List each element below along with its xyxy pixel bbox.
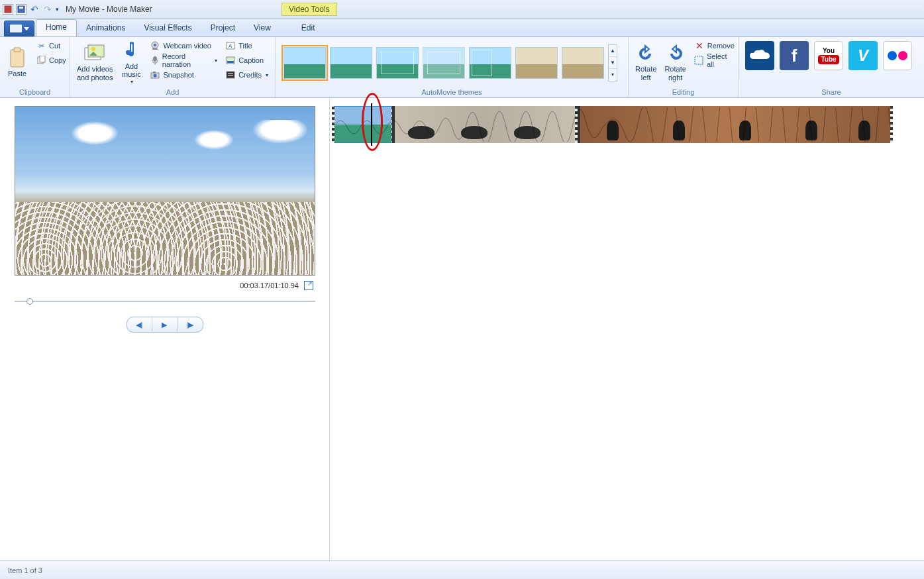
rotate-left-button[interactable]: Rotate left	[633, 38, 659, 86]
svg-point-16	[154, 74, 157, 78]
preview-foreground	[15, 202, 315, 275]
svg-point-13	[153, 56, 157, 62]
gallery-down-button[interactable]: ▼	[609, 57, 617, 69]
caption-label: Caption	[238, 56, 264, 64]
remove-label: Remove	[707, 42, 735, 50]
seek-thumb[interactable]	[26, 298, 33, 305]
theme-thumb-2[interactable]	[330, 47, 372, 79]
theme-thumb-6[interactable]	[515, 47, 558, 79]
group-clipboard-label: Clipboard	[4, 87, 66, 97]
next-frame-button[interactable]: |▶	[178, 317, 203, 332]
context-tab-header: Video Tools	[282, 3, 337, 16]
youtube-text-box: Tube	[818, 55, 839, 64]
ribbon-tabs: Home Animations Visual Effects Project V…	[0, 19, 924, 37]
playhead[interactable]	[371, 103, 372, 146]
timeline-clip-3[interactable]	[578, 106, 893, 143]
copy-icon	[36, 55, 46, 66]
qat-customize-icon[interactable]: ▾	[56, 6, 59, 13]
svg-rect-12	[152, 48, 158, 50]
camera-icon	[150, 70, 160, 80]
prev-frame-button[interactable]: ◀|	[127, 317, 152, 332]
rotate-left-icon	[635, 42, 656, 64]
credits-icon	[225, 70, 236, 80]
rotate-right-icon	[665, 42, 686, 64]
record-narration-button[interactable]: Record narration ▾	[147, 53, 220, 68]
themes-gallery-scroll: ▲ ▼ ▾	[608, 44, 617, 81]
chevron-down-icon: ▾	[130, 79, 133, 85]
snapshot-button[interactable]: Snapshot	[147, 68, 220, 82]
share-youtube-button[interactable]: You Tube	[814, 41, 843, 70]
ribbon: Paste ✂ Cut Copy Clipboard	[0, 37, 924, 98]
save-icon[interactable]	[16, 4, 26, 15]
group-add-label: Add	[74, 87, 271, 97]
tab-home[interactable]: Home	[36, 19, 77, 36]
transport-controls: ◀| ▶ |▶	[127, 317, 203, 333]
group-clipboard: Paste ✂ Cut Copy Clipboard	[0, 37, 70, 97]
window-title: My Movie - Movie Maker	[66, 5, 152, 14]
rotate-left-label: Rotate left	[635, 65, 656, 81]
share-vimeo-button[interactable]: V	[848, 41, 878, 70]
caption-button[interactable]: Caption	[223, 53, 271, 68]
group-share: f You Tube V Share	[739, 37, 924, 97]
add-music-button[interactable]: Add music ▾	[118, 38, 144, 86]
add-videos-button[interactable]: Add videos and photos	[74, 38, 115, 86]
theme-thumb-5[interactable]	[469, 47, 511, 79]
scissors-icon: ✂	[36, 40, 46, 51]
gallery-more-button[interactable]: ▾	[609, 69, 617, 80]
rotate-right-label: Rotate right	[664, 65, 686, 81]
tab-edit[interactable]: Edit	[292, 21, 325, 36]
theme-thumb-7[interactable]	[562, 47, 604, 79]
theme-thumb-3[interactable]	[376, 47, 419, 79]
tab-visual-effects[interactable]: Visual Effects	[134, 21, 201, 36]
webcam-icon	[150, 40, 160, 51]
clipboard-icon	[7, 47, 28, 68]
redo-icon[interactable]: ↷	[42, 4, 53, 15]
timeline-clip-1[interactable]	[334, 106, 392, 143]
play-button[interactable]: ▶	[152, 317, 178, 332]
copy-label: Copy	[49, 56, 66, 64]
app-icon	[3, 4, 13, 15]
title-bar: ↶ ↷ ▾ My Movie - Movie Maker	[0, 0, 924, 19]
status-bar: Item 1 of 3	[0, 560, 924, 579]
group-themes-label: AutoMovie themes	[280, 87, 624, 97]
rotate-right-button[interactable]: Rotate right	[662, 38, 688, 86]
tab-project[interactable]: Project	[201, 21, 244, 36]
share-facebook-button[interactable]: f	[780, 41, 809, 70]
svg-text:A: A	[229, 43, 232, 49]
theme-thumb-4[interactable]	[423, 47, 465, 79]
copy-button[interactable]: Copy	[33, 53, 69, 68]
snapshot-label: Snapshot	[163, 71, 193, 79]
group-share-label: Share	[743, 87, 920, 97]
gallery-up-button[interactable]: ▲	[609, 45, 617, 57]
tab-view[interactable]: View	[244, 21, 280, 36]
timeline-pane[interactable]	[330, 98, 924, 560]
content-area: 00:03.17/01:10.94 ◀| ▶ |▶	[0, 98, 924, 560]
chevron-down-icon	[24, 27, 29, 30]
cut-label: Cut	[49, 42, 60, 50]
file-tab[interactable]	[4, 21, 34, 36]
fullscreen-icon[interactable]	[304, 281, 313, 290]
timeline-strip[interactable]	[334, 106, 920, 143]
theme-thumb-1[interactable]	[283, 47, 326, 79]
paste-button[interactable]: Paste	[4, 38, 30, 86]
title-button[interactable]: A Title	[223, 38, 271, 53]
remove-icon: ✕	[694, 40, 705, 51]
select-all-button[interactable]: Select all	[692, 53, 737, 68]
video-preview[interactable]	[15, 106, 315, 276]
share-onedrive-button[interactable]	[745, 41, 774, 70]
credits-button[interactable]: Credits ▾	[223, 68, 271, 82]
title-icon: A	[225, 40, 236, 51]
cut-button[interactable]: ✂ Cut	[33, 38, 69, 53]
share-flickr-button[interactable]	[883, 41, 912, 70]
file-tab-icon	[10, 25, 22, 32]
credits-label: Credits	[238, 71, 262, 79]
svg-rect-0	[5, 6, 11, 13]
group-automovie-themes: ▲ ▼ ▾ AutoMovie themes	[276, 37, 629, 97]
webcam-button[interactable]: Webcam video	[147, 38, 220, 53]
preview-sky	[15, 120, 315, 173]
tab-animations[interactable]: Animations	[77, 21, 134, 36]
seek-bar[interactable]	[15, 298, 315, 305]
undo-icon[interactable]: ↶	[29, 4, 40, 15]
remove-button[interactable]: ✕ Remove	[692, 38, 737, 53]
timeline-clip-2[interactable]	[392, 106, 578, 143]
